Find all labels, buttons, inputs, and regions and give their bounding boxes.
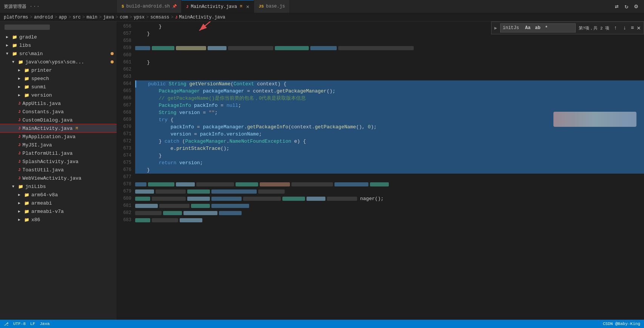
breadcrumb-src[interactable]: src xyxy=(72,15,81,20)
sidebar-item-version[interactable]: ▶ 📁 version xyxy=(0,91,117,99)
sidebar-label-customdialog: CustomDialog.java xyxy=(23,117,73,123)
sidebar-item-armeabi[interactable]: ▶ 📁 armeabi xyxy=(0,199,117,207)
code-line-659 xyxy=(135,45,644,52)
sep3: > xyxy=(68,15,71,20)
code-line-673: e.printStackTrace(); xyxy=(135,145,644,152)
code-line-660 xyxy=(135,52,644,59)
code-area: 656 657 658 659 660 661 662 663 664 665 … xyxy=(117,22,644,320)
sidebar-label-constants: Constants.java xyxy=(23,109,64,115)
folder-icon-gradle: 📁 xyxy=(12,35,17,40)
find-opt-aa[interactable]: Aa xyxy=(524,25,532,31)
sidebar-item-java-com[interactable]: ▼ 📁 java\com\ypsx\scm... xyxy=(0,58,117,66)
sidebar-item-jnilibs[interactable]: ▼ 📁 jniLibs xyxy=(0,182,117,191)
sidebar-label-platformutil: PlatformUtil.java xyxy=(23,151,73,156)
settings-icon[interactable]: ⚙ xyxy=(634,3,638,10)
sidebar-label-myjsi: MyJSI.java xyxy=(23,142,52,148)
code-line-675: return version; xyxy=(135,159,644,166)
sidebar-item-toastutil[interactable]: J ToastUtil.java xyxy=(0,166,117,174)
sidebar-item-constants[interactable]: J Constants.java xyxy=(0,108,117,116)
sidebar-item-webviewactivity[interactable]: J WebViewActivity.java xyxy=(0,174,117,182)
status-encoding: UTF-8 xyxy=(13,322,26,326)
breadcrumb-java[interactable]: java xyxy=(103,15,114,20)
find-menu-button[interactable]: ≡ xyxy=(631,25,634,31)
breadcrumb-android[interactable]: android xyxy=(34,15,53,20)
arrow-icon-x86: ▶ xyxy=(18,217,23,222)
arrow-icon-libs: ▶ xyxy=(6,43,11,48)
folder-icon-version: 📁 xyxy=(24,93,29,98)
tab-icon-java: J xyxy=(186,5,189,9)
sidebar-item-armeabi-v7a[interactable]: ▶ 📁 armeabi-v7a xyxy=(0,207,117,216)
breadcrumb-ypsx[interactable]: ypsx xyxy=(134,15,145,20)
code-line-676: } xyxy=(135,166,644,174)
find-opt-ab[interactable]: ab xyxy=(533,25,542,31)
find-close-button[interactable]: ✕ xyxy=(637,24,641,32)
tab-modified-indicator: M xyxy=(240,5,242,9)
blurred-avatar-top xyxy=(0,22,117,33)
modified-dot-java-com xyxy=(111,60,114,63)
sidebar-item-libs[interactable]: ▶ 📁 libs xyxy=(0,41,117,49)
sidebar-item-myjsi[interactable]: J MyJSI.java xyxy=(0,141,117,149)
find-expand-icon[interactable]: ▶ xyxy=(495,25,497,31)
tab-build-android[interactable]: $ build-android.sh 📌 xyxy=(117,0,182,13)
tab-label-build-android: build-android.sh xyxy=(126,4,170,9)
sidebar-item-mainactivity[interactable]: J MainActivity.java M xyxy=(0,124,117,132)
find-prev-button[interactable]: ↑ xyxy=(612,24,618,32)
sidebar-item-myapplication[interactable]: J MyApplication.java xyxy=(0,132,117,141)
folder-icon-printer: 📁 xyxy=(24,68,29,73)
sidebar-item-src-main[interactable]: ▼ 📁 src\main xyxy=(0,49,117,58)
breadcrumb-app[interactable]: app xyxy=(59,15,67,20)
sidebar-item-printer[interactable]: ▶ 📁 printer xyxy=(0,66,117,74)
java-icon-constants: J xyxy=(18,109,21,114)
java-icon-apputils: J xyxy=(18,101,21,106)
breadcrumb-mainactivity[interactable]: MainActivity.java xyxy=(179,15,225,20)
sidebar-item-customdialog[interactable]: J CustomDialog.java xyxy=(0,116,117,124)
sidebar-item-arm64[interactable]: ▶ 📁 arm64-v8a xyxy=(0,191,117,199)
sidebar-label-java-com: java\com\ypsx\scm... xyxy=(25,59,84,65)
source-control-icon[interactable]: ⇄ xyxy=(615,3,619,10)
code-line-667: PackageInfo packInfo = null; xyxy=(135,102,644,109)
sidebar-modified-mainactivity: M xyxy=(75,126,78,131)
sep4: > xyxy=(82,15,85,20)
find-next-button[interactable]: ↓ xyxy=(622,24,628,32)
sidebar-item-sunmi[interactable]: ▶ 📁 sunmi xyxy=(0,83,117,91)
sidebar-item-splashactivity[interactable]: J SplashActivity.java xyxy=(0,157,117,166)
code-line-666: // getPackageName()是你当前类的包名，0代表是获取版本信息 xyxy=(135,95,644,102)
breadcrumb-main[interactable]: main xyxy=(86,15,97,20)
folder-icon-x86: 📁 xyxy=(24,217,29,222)
breadcrumb-com[interactable]: com xyxy=(120,15,128,20)
folder-icon-libs: 📁 xyxy=(12,43,17,48)
sync-icon[interactable]: ↻ xyxy=(625,3,629,10)
sidebar-label-src-main: src\main xyxy=(19,51,43,57)
sidebar-label-sunmi: sunmi xyxy=(31,84,46,90)
tab-basejs[interactable]: JS base.js xyxy=(254,0,290,13)
tab-close-mainactivity[interactable]: ✕ xyxy=(246,3,249,10)
sidebar-item-gradle[interactable]: ▶ 📁 gradle xyxy=(0,33,117,41)
sidebar-label-x86: x86 xyxy=(31,217,40,223)
sidebar-item-speech[interactable]: ▶ 📁 speech xyxy=(0,74,117,83)
sidebar-item-x86[interactable]: ▶ 📁 x86 xyxy=(0,216,117,224)
folder-icon-java-com: 📁 xyxy=(18,60,23,65)
status-author: CSDN @Baby-King xyxy=(603,322,640,326)
breadcrumb-platforms[interactable]: platforms xyxy=(4,15,28,20)
tab-mainactivity[interactable]: J MainActivity.java M ✕ xyxy=(182,0,254,13)
arrow-icon-arm64: ▶ xyxy=(18,192,23,197)
more-dots[interactable]: ··· xyxy=(29,3,40,9)
sidebar-label-jnilibs: jniLibs xyxy=(25,184,46,189)
breadcrumb-scmsass[interactable]: scmsass xyxy=(150,15,169,20)
sidebar-label-armeabi: armeabi xyxy=(31,200,52,206)
find-opt-star[interactable]: * xyxy=(544,25,549,31)
title-bar: 资源管理器 ··· $ build-android.sh 📌 J MainAct… xyxy=(0,0,644,13)
find-input-container[interactable]: initJs Aa ab * xyxy=(500,23,576,32)
sidebar-label-gradle: gradle xyxy=(19,34,37,40)
sidebar-item-platformutil[interactable]: J PlatformUtil.java xyxy=(0,149,117,157)
sidebar-label-armeabi-v7a: armeabi-v7a xyxy=(31,209,64,214)
status-right: CSDN @Baby-King xyxy=(603,322,640,326)
code-line-664: public String getVersionName(Context con… xyxy=(135,80,644,88)
java-icon-splashactivity: J xyxy=(18,159,21,164)
tab-label-basejs: base.js xyxy=(266,4,285,9)
code-line-678 xyxy=(135,181,644,188)
folder-icon-arm64: 📁 xyxy=(24,192,29,197)
find-count: 第?项，共 2 项 xyxy=(579,25,609,31)
sidebar-item-apputils[interactable]: J AppUtils.java xyxy=(0,99,117,108)
line-numbers: 656 657 658 659 660 661 662 663 664 665 … xyxy=(117,23,135,320)
